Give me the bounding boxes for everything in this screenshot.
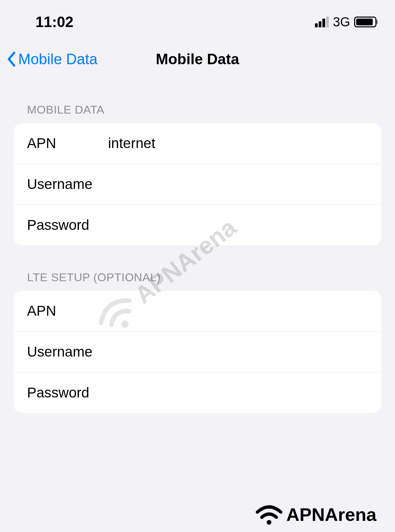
lte-password-input[interactable] — [108, 385, 368, 401]
username-label: Username — [27, 176, 108, 192]
wifi-icon — [254, 503, 284, 525]
back-label: Mobile Data — [18, 51, 98, 68]
lte-setup-section: LTE SETUP (OPTIONAL) APN Username Passwo… — [0, 271, 395, 413]
lte-username-row[interactable]: Username — [14, 332, 381, 372]
back-button[interactable]: Mobile Data — [7, 51, 98, 68]
password-row[interactable]: Password — [14, 205, 381, 245]
chevron-left-icon — [7, 51, 17, 67]
apn-row[interactable]: APN — [14, 123, 381, 164]
username-input[interactable] — [108, 176, 368, 192]
username-row[interactable]: Username — [14, 164, 381, 205]
mobile-data-group: APN Username Password — [14, 123, 381, 245]
lte-username-input[interactable] — [108, 344, 368, 360]
apn-input[interactable] — [108, 135, 368, 151]
status-indicators: 3G — [315, 15, 376, 29]
password-label: Password — [27, 217, 108, 233]
apn-label: APN — [27, 135, 108, 151]
watermark-bottom: APNArena — [254, 503, 376, 525]
lte-setup-section-header: LTE SETUP (OPTIONAL) — [0, 271, 395, 291]
lte-apn-row[interactable]: APN — [14, 291, 381, 332]
navigation-bar: Mobile Data Mobile Data — [0, 37, 395, 78]
lte-password-label: Password — [27, 385, 108, 401]
mobile-data-section: MOBILE DATA APN Username Password — [0, 103, 395, 245]
svg-point-1 — [267, 520, 271, 525]
lte-password-row[interactable]: Password — [14, 372, 381, 413]
page-title: Mobile Data — [156, 51, 239, 68]
lte-apn-label: APN — [27, 303, 108, 319]
status-bar: 11:02 3G — [0, 0, 395, 37]
battery-icon — [354, 17, 376, 27]
network-type-label: 3G — [333, 15, 350, 29]
mobile-data-section-header: MOBILE DATA — [0, 103, 395, 123]
lte-setup-group: APN Username Password — [14, 291, 381, 413]
lte-apn-input[interactable] — [108, 303, 368, 319]
lte-username-label: Username — [27, 344, 108, 360]
password-input[interactable] — [108, 217, 368, 233]
watermark-bottom-text: APNArena — [286, 504, 376, 525]
signal-strength-icon — [315, 17, 329, 27]
status-time: 11:02 — [35, 14, 74, 30]
